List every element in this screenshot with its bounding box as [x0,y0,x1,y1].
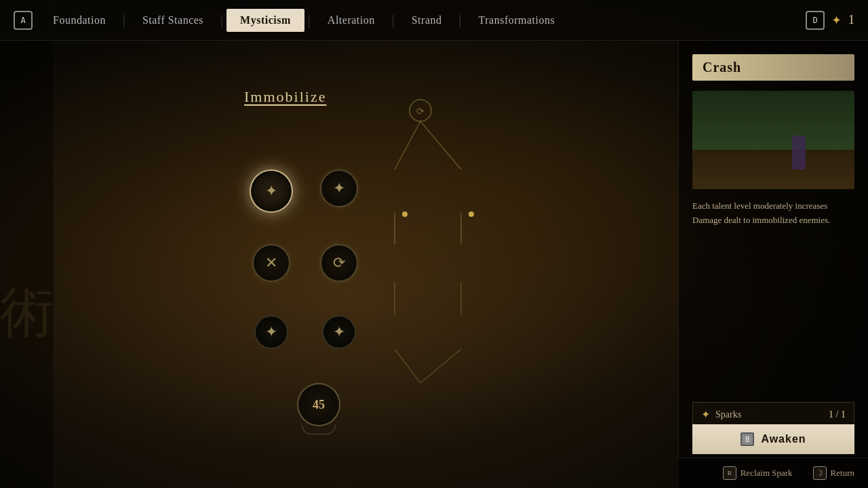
svg-point-10 [402,211,408,217]
node-arc-decoration [302,425,336,434]
reclaim-spark-icon: R [723,466,736,480]
svg-line-2 [395,121,420,169]
awaken-btn-icon: B [741,432,754,446]
skill-node-bot-left[interactable]: ✦ [254,315,288,349]
sparks-icon: ✦ [701,408,710,421]
sparks-label-text: Sparks [715,409,741,420]
btn-d[interactable]: D [806,11,825,30]
return-label: Return [831,468,854,479]
left-decoration: 術 [0,0,54,488]
nav-sep-3: | [304,12,314,28]
svg-line-3 [420,121,461,169]
right-panel: Crash Each talent level moderately incre… [678,41,868,488]
bottom-bar: R Reclaim Spark ☽ Return [678,458,868,488]
node-title: Immobilize [244,88,326,106]
sparks-label: ✦ Sparks [701,408,741,421]
node-number-value: 45 [313,398,325,412]
scene-figure [792,136,806,169]
svg-line-9 [420,349,461,383]
awaken-button[interactable]: B Awaken [692,424,854,454]
svg-point-11 [469,211,474,217]
sparks-row: ✦ Sparks 1 / 1 [692,402,854,427]
nav-right: D ✦ 1 [806,11,854,30]
panel-description: Each talent level moderately increases D… [692,199,854,228]
panel-title-bar: Crash [692,54,854,81]
node-icon-mid-left: ✕ [265,254,277,272]
nav-item-staff-stances[interactable]: Staff Stances [129,9,217,32]
node-icon-top-right: ✦ [333,180,345,197]
return-icon: ☽ [813,466,827,480]
skill-node-mid-left[interactable]: ✕ [252,244,290,282]
nav-sep-4: | [389,12,398,28]
skill-node-bot-right[interactable]: ✦ [322,315,356,349]
skill-node-top-left[interactable]: ✦ [250,169,293,213]
panel-image [692,91,854,189]
nav-item-alteration[interactable]: Alteration [314,9,389,32]
svg-point-0 [410,100,431,121]
nav-sep-1: | [119,12,129,28]
scene-trees [692,91,854,150]
nav-bar: A Foundation | Staff Stances | Mysticism… [0,0,868,41]
btn-a[interactable]: A [14,11,33,30]
node-icon-bot-left: ✦ [265,323,277,341]
awaken-btn-label: Awaken [761,433,806,445]
skill-node-top-right[interactable]: ✦ [320,169,358,207]
skill-node-number[interactable]: 45 [297,383,340,426]
return-action[interactable]: ☽ Return [813,466,854,480]
node-icon-top-left: ✦ [265,182,277,200]
spark-nav-icon: ✦ [831,13,842,28]
panel-title: Crash [703,60,741,75]
reclaim-spark-action[interactable]: R Reclaim Spark [723,466,793,480]
svg-text:⟳: ⟳ [416,106,425,117]
spark-count: 1 [848,13,854,27]
reclaim-spark-label: Reclaim Spark [741,468,793,479]
skill-node-mid-right[interactable]: ⟳ [320,244,358,282]
svg-line-8 [395,349,420,383]
nav-item-mysticism[interactable]: Mysticism [226,9,304,32]
nav-item-strand[interactable]: Strand [398,9,456,32]
nav-sep-5: | [456,12,465,28]
nav-sep-2: | [217,12,226,28]
nav-item-foundation[interactable]: Foundation [39,9,119,32]
nav-item-transformations[interactable]: Transformations [465,9,569,32]
scene-ground [692,150,854,189]
node-icon-mid-right: ⟳ [333,254,345,272]
sparks-value: 1 / 1 [829,409,846,420]
node-icon-bot-right: ✦ [333,323,345,341]
